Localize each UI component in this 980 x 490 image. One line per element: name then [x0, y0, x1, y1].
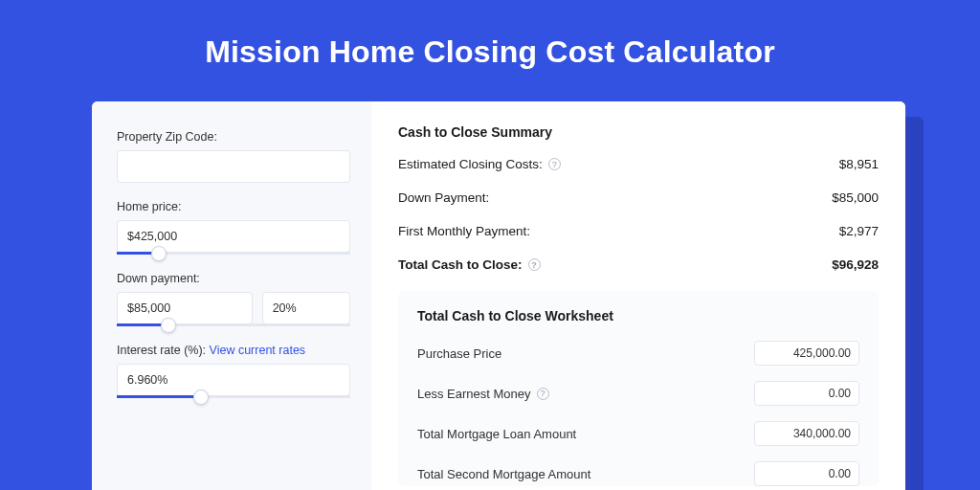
interest-rate-field: Interest rate (%): View current rates [117, 344, 350, 398]
worksheet-row-mortgage-amount: Total Mortgage Loan Amount [417, 421, 859, 446]
summary-label-text: Estimated Closing Costs: [398, 157, 543, 171]
summary-row-total: Total Cash to Close: ? $96,928 [398, 257, 879, 272]
slider-thumb[interactable] [193, 390, 209, 405]
interest-rate-slider[interactable] [117, 364, 350, 398]
down-payment-slider[interactable] [117, 292, 350, 326]
slider-track [117, 395, 350, 398]
results-pane: Cash to Close Summary Estimated Closing … [371, 101, 905, 490]
summary-value: $2,977 [839, 224, 879, 238]
zip-input[interactable] [117, 150, 350, 183]
summary-label-text: Total Cash to Close: [398, 257, 523, 272]
slider-thumb[interactable] [161, 318, 176, 333]
worksheet-row-purchase-price: Purchase Price [417, 341, 859, 366]
down-payment-field: Down payment: [117, 272, 350, 326]
down-payment-label: Down payment: [117, 272, 350, 285]
home-price-label: Home price: [117, 200, 350, 213]
summary-value: $96,928 [832, 257, 879, 272]
summary-row-down-payment: Down Payment: $85,000 [398, 190, 879, 205]
worksheet-heading: Total Cash to Close Worksheet [417, 308, 859, 323]
worksheet-label-text: Total Mortgage Loan Amount [417, 427, 576, 441]
down-payment-input[interactable] [117, 292, 253, 324]
worksheet-panel: Total Cash to Close Worksheet Purchase P… [398, 291, 879, 486]
worksheet-row-second-mortgage: Total Second Mortgage Amount [417, 461, 859, 486]
view-rates-link[interactable]: View current rates [210, 344, 306, 357]
summary-value: $85,000 [832, 190, 879, 205]
worksheet-input[interactable] [754, 461, 859, 486]
worksheet-input[interactable] [754, 341, 859, 366]
inputs-pane: Property Zip Code: Home price: Down paym… [92, 101, 371, 490]
interest-rate-input[interactable] [117, 364, 350, 396]
worksheet-label-text: Purchase Price [417, 346, 501, 361]
home-price-slider[interactable] [117, 220, 350, 255]
interest-rate-label: Interest rate (%): View current rates [117, 344, 350, 357]
home-price-field: Home price: [117, 200, 350, 255]
page-title: Mission Home Closing Cost Calculator [0, 0, 980, 97]
worksheet-label-text: Less Earnest Money [417, 387, 531, 401]
summary-heading: Cash to Close Summary [398, 124, 879, 140]
summary-label-text: First Monthly Payment: [398, 224, 530, 238]
worksheet-row-earnest-money: Less Earnest Money ? [417, 381, 859, 406]
summary-row-closing-costs: Estimated Closing Costs: ? $8,951 [398, 157, 879, 171]
worksheet-input[interactable] [754, 381, 859, 406]
zip-label: Property Zip Code: [117, 130, 350, 144]
help-icon[interactable]: ? [537, 388, 549, 400]
down-payment-pct-input[interactable] [262, 292, 350, 324]
slider-thumb[interactable] [151, 246, 167, 261]
worksheet-label-text: Total Second Mortgage Amount [417, 467, 590, 481]
help-icon[interactable]: ? [548, 158, 561, 170]
interest-rate-label-text: Interest rate (%): [117, 344, 206, 357]
zip-field: Property Zip Code: [117, 130, 350, 183]
summary-row-first-payment: First Monthly Payment: $2,977 [398, 224, 879, 238]
slider-fill [117, 395, 201, 398]
slider-track [117, 252, 350, 255]
summary-label-text: Down Payment: [398, 190, 489, 205]
calculator-card: Property Zip Code: Home price: Down paym… [92, 101, 905, 490]
help-icon[interactable]: ? [528, 258, 541, 271]
slider-track [117, 323, 350, 326]
summary-value: $8,951 [839, 157, 879, 171]
worksheet-input[interactable] [754, 421, 859, 446]
